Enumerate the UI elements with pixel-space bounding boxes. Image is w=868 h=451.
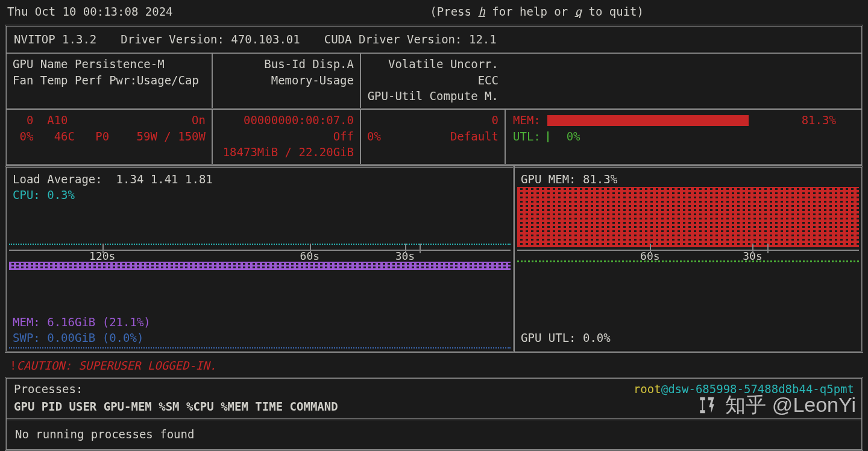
help-key-h[interactable]: h bbox=[478, 5, 485, 18]
col3-header: Volatile Uncorr. ECC GPU-Util Compute M. bbox=[360, 54, 505, 108]
gpu-mem-history bbox=[517, 187, 859, 247]
swap-sparkline bbox=[9, 347, 511, 348]
timestamp: Thu Oct 10 00:13:08 2024 bbox=[7, 4, 173, 20]
driver-version: Driver Version: 470.103.01 bbox=[121, 31, 300, 48]
gpu-utl-bar-row: UTL: 0% bbox=[513, 128, 854, 145]
column-headers: GPU Name Persistence-M Fan Temp Perf Pwr… bbox=[7, 52, 861, 108]
gpu-mem-bar-row: MEM: 81.3% bbox=[513, 112, 854, 128]
user-host: root@dsw-685998-57488d8b44-q5pmt bbox=[634, 381, 854, 397]
col1-header: GPU Name Persistence-M Fan Temp Perf Pwr… bbox=[7, 54, 212, 108]
processes-box: Processes: root@dsw-685998-57488d8b44-q5… bbox=[5, 377, 863, 451]
cuda-version: CUDA Driver Version: 12.1 bbox=[324, 31, 497, 48]
gpu-utl-bar bbox=[547, 131, 794, 142]
mem-history-band bbox=[9, 262, 511, 270]
cpu-mem-graph-panel: Load Average: 1.34 1.41 1.81 CPU: 0.3% 1… bbox=[5, 166, 515, 353]
gpu-bars-cell: MEM: 81.3% UTL: 0% bbox=[505, 110, 861, 164]
gpu-memory-cell: 00000000:00:07.0 Off 18473MiB / 22.20GiB bbox=[212, 110, 360, 164]
mem-swap-text: MEM: 6.16GiB (21.1%) SWP: 0.00GiB (0.0%) bbox=[13, 314, 151, 346]
no-processes-msg: No running processes found bbox=[7, 418, 861, 450]
app-title: NVITOP 1.3.2 bbox=[14, 31, 96, 48]
col2-header: Bus-Id Disp.A Memory-Usage bbox=[212, 54, 360, 108]
caution-banner: !CAUTION: SUPERUSER LOGGED-IN. bbox=[4, 356, 864, 377]
gpu-row-0: 0 A10On 0% 46C P059W / 150W 00000000:00:… bbox=[7, 108, 861, 166]
process-columns: GPU PID USER GPU-MEM %SM %CPU %MEM TIME … bbox=[7, 399, 861, 418]
gpu-util-cell: 0 0%Default bbox=[360, 110, 505, 164]
version-header: NVITOP 1.3.2 Driver Version: 470.103.01 … bbox=[7, 27, 861, 52]
top-bar: Thu Oct 10 00:13:08 2024 (Press h for he… bbox=[4, 2, 864, 24]
graphs-row: Load Average: 1.34 1.41 1.81 CPU: 0.3% 1… bbox=[5, 166, 863, 353]
help-hint: (Press h for help or q to quit) bbox=[430, 4, 644, 20]
gpu-utl-graph-label: GPU UTL: 0.0% bbox=[521, 330, 611, 346]
gpu-mem-bar bbox=[547, 115, 794, 126]
cpu-sparkline bbox=[9, 244, 511, 245]
gpu-identity-cell: 0 A10On 0% 46C P059W / 150W bbox=[7, 110, 212, 164]
gpu-summary-box: NVITOP 1.3.2 Driver Version: 470.103.01 … bbox=[5, 25, 863, 166]
gpu-graph-panel: GPU MEM: 81.3% 60s 30s GPU UTL: 0.0% bbox=[513, 166, 863, 353]
processes-title: Processes: bbox=[14, 381, 83, 397]
gpu-utl-sparkline bbox=[517, 260, 859, 263]
help-key-q[interactable]: q bbox=[575, 5, 582, 18]
gpu-mem-graph-label: GPU MEM: 81.3% bbox=[521, 171, 617, 188]
